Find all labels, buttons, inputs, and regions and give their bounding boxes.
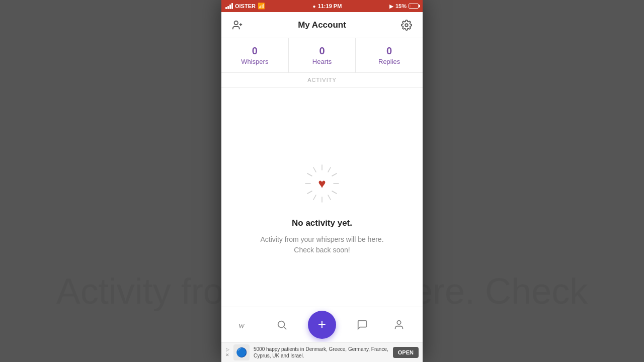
svg-line-8 [332, 191, 337, 194]
nav-search[interactable] [271, 314, 293, 336]
heart-icon: ♥ [318, 176, 326, 192]
replies-count: 0 [386, 45, 392, 57]
nav-compose-fab[interactable]: + [308, 311, 336, 339]
nav-profile[interactable] [388, 314, 410, 336]
svg-line-15 [313, 167, 316, 172]
ad-banner: ▷ ✕ 🔵 5000 happy patients in Denmark, Gr… [221, 342, 423, 362]
replies-label: Replies [378, 58, 400, 65]
left-panel [0, 0, 221, 362]
ad-open-button[interactable]: OPEN [393, 347, 419, 358]
battery-percent: 15% [395, 3, 407, 9]
wifi-icon: 📶 [258, 3, 265, 10]
status-bar: OISTER 📶 ● 11:19 PM ▶ 15% [221, 0, 423, 12]
svg-text:w: w [238, 320, 245, 330]
svg-line-6 [332, 173, 337, 176]
ad-x-icon: ✕ [225, 352, 229, 357]
battery-icon [409, 4, 419, 9]
ad-close-button[interactable]: ▷ ✕ [225, 347, 229, 357]
svg-point-19 [397, 320, 401, 324]
carrier-name: OISTER [235, 3, 256, 9]
stat-hearts[interactable]: 0 Hearts [289, 38, 356, 72]
whispers-label: Whispers [241, 58, 268, 65]
stats-row: 0 Whispers 0 Hearts 0 Replies [221, 38, 423, 73]
main-content: ♥ No activity yet. Activity from your wh… [221, 87, 423, 329]
page-title: My Account [246, 20, 398, 30]
ad-logo: 🔵 [233, 344, 250, 360]
sunburst-container: ♥ [299, 161, 345, 206]
battery-fill [410, 5, 411, 8]
nav-home[interactable]: w [234, 314, 256, 336]
no-activity-description: Activity from your whispers will be here… [257, 234, 387, 255]
status-time: 11:19 PM [318, 3, 342, 9]
ad-play-icon: ▷ [226, 347, 229, 352]
add-user-button[interactable] [229, 17, 246, 33]
svg-line-18 [284, 327, 287, 329]
svg-line-11 [313, 195, 316, 200]
right-panel [423, 0, 644, 362]
ad-text: 5000 happy patients in Denmark, Greece, … [254, 346, 389, 359]
header: My Account [221, 12, 423, 38]
status-left: OISTER 📶 [225, 3, 265, 10]
phone-frame: OISTER 📶 ● 11:19 PM ▶ 15% My Account [221, 0, 423, 362]
svg-line-12 [307, 191, 312, 194]
svg-line-14 [307, 173, 312, 176]
hearts-count: 0 [319, 45, 325, 57]
signal-bar-4 [231, 3, 233, 9]
nav-messages[interactable] [351, 314, 373, 336]
plus-icon: + [318, 317, 326, 331]
location-icon: ▶ [389, 4, 393, 9]
whispers-count: 0 [252, 45, 258, 57]
svg-point-0 [234, 21, 238, 24]
bottom-nav: w + [221, 307, 423, 342]
activity-tab-label: ACTIVITY [307, 77, 337, 83]
signal-bar-3 [229, 5, 231, 9]
status-right: ▶ 15% [389, 3, 419, 9]
svg-point-3 [405, 24, 408, 27]
no-activity-title: No activity yet. [292, 218, 352, 228]
settings-button[interactable] [398, 17, 415, 33]
stat-whispers[interactable]: 0 Whispers [221, 38, 289, 72]
signal-bars [225, 3, 233, 9]
stat-replies[interactable]: 0 Replies [356, 38, 423, 72]
hearts-label: Hearts [312, 58, 332, 65]
svg-point-17 [278, 321, 285, 327]
signal-bar-2 [227, 6, 229, 9]
activity-tab[interactable]: ACTIVITY [221, 73, 423, 87]
record-icon: ● [313, 4, 316, 9]
signal-bar-1 [225, 7, 227, 9]
svg-line-5 [328, 167, 331, 172]
svg-line-9 [328, 195, 331, 200]
